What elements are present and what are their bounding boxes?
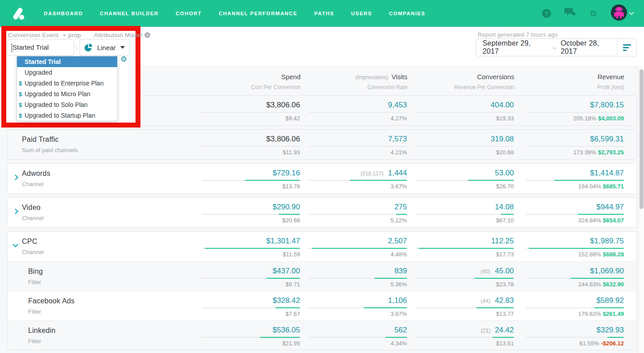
conversions-value: 404.00 <box>491 101 514 109</box>
row-sublabel: Filter <box>28 308 41 315</box>
expand-chevron-right-icon[interactable] <box>13 174 18 180</box>
revenue-value: $6,599.31 <box>590 135 624 143</box>
revenue-per-conversion: $20.68 <box>402 149 514 156</box>
conversion-rate: 4.27% <box>295 115 407 122</box>
conversion-event-label: Conversion Event + prop <box>8 32 81 38</box>
profit-loss: 173.39%$2,793.25 <box>512 149 624 156</box>
row-label: Video <box>22 204 41 212</box>
conversion-rate: 5.12% <box>295 217 407 224</box>
attribution-model-label: Attribution Model i <box>94 32 150 38</box>
conversions-cell: (44)42.83 $13.77 <box>402 296 514 317</box>
visits-cell: 2,507 4.48% <box>295 237 407 258</box>
date-range-text: September 29, 2017 – October 28, 2017 <box>476 39 617 55</box>
conversion-event-input[interactable]: Started Trial <box>7 39 74 56</box>
conversions-note: (40) <box>481 268 490 275</box>
visits-bar <box>309 112 407 113</box>
visits-cell: (218,127)1,444 3.67% <box>295 169 407 190</box>
table-row-video: Video Channel $290.90 $20.66 275 5.12% 1… <box>7 197 637 228</box>
visits-bar <box>309 180 407 181</box>
profit-value: $654.07 <box>603 217 624 224</box>
column-title[interactable]: Revenue <box>597 73 624 81</box>
visits-cell: 9,453 4.27% <box>295 101 407 122</box>
visits-cell: 839 5.36% <box>295 267 407 288</box>
app-screen: DASHBOARD CHANNEL BUILDER COHORT CHANNEL… <box>0 0 644 353</box>
user-menu[interactable] <box>611 4 633 22</box>
spend-bar <box>202 278 300 279</box>
conversions-cell: 112.25 $17.73 <box>402 237 514 258</box>
conversions-note: (21) <box>481 327 490 334</box>
dropdown-option-started-trial[interactable]: Started Trial <box>17 56 117 67</box>
scrollbar-thumb[interactable] <box>640 69 644 209</box>
revenue-cell: $589.92 179.62%$261.49 <box>512 296 624 317</box>
attribution-model-select[interactable]: Linear <box>80 39 130 56</box>
visits-bar <box>309 278 407 279</box>
dropdown-option-upgraded-solo[interactable]: $ Upgraded to Solo Plan <box>17 99 117 110</box>
revenue-value: $7,809.15 <box>590 101 624 109</box>
spend-bar <box>202 337 300 338</box>
conversions-bar <box>415 214 514 215</box>
revenue-bar <box>525 180 624 181</box>
settings-gear-icon[interactable]: ⚙ <box>589 9 597 18</box>
nav-right-icons: ? ⚙ <box>542 4 633 22</box>
dropdown-option-upgraded-enterprise[interactable]: $ Upgraded to Enterprise Plan <box>17 78 117 89</box>
spend-cell: $536.05 $21.95 <box>188 326 300 347</box>
info-icon[interactable]: i <box>144 32 150 38</box>
add-prop-link[interactable]: + prop <box>63 32 81 38</box>
nav-item-cohort[interactable]: COHORT <box>176 11 202 16</box>
conversions-bar <box>415 337 514 338</box>
row-sublabel: Channel <box>22 215 43 221</box>
collapse-chevron-down-icon[interactable] <box>13 242 18 247</box>
table-row-linkedin: Linkedin Filter $536.05 $21.95 562 4.34%… <box>8 320 636 350</box>
attribution-logo-icon[interactable] <box>11 6 26 21</box>
spend-bar <box>202 180 300 181</box>
revenue-value: $1,414.87 <box>590 169 624 177</box>
visits-cell: 275 5.12% <box>295 203 407 224</box>
revenue-bar <box>525 307 624 308</box>
help-icon[interactable]: ? <box>542 9 551 18</box>
profit-loss: 152.88%$688.28 <box>512 251 624 258</box>
expand-chevron-right-icon[interactable] <box>13 208 18 214</box>
conversion-settings-gear-icon[interactable]: ⚙ <box>120 55 127 63</box>
nav-item-companies[interactable]: COMPANIES <box>389 11 425 16</box>
spend-cell: $1,301.47 $11.59 <box>188 237 300 258</box>
report-filter-button[interactable] <box>617 39 636 56</box>
chat-icon[interactable] <box>564 8 576 19</box>
profit-loss: 194.04%$685.71 <box>512 183 624 190</box>
date-start: September 29, 2017 <box>483 39 548 55</box>
date-range-picker[interactable]: September 29, 2017 – October 28, 2017 <box>476 38 637 56</box>
cost-per-conversion: $11.59 <box>188 251 300 258</box>
nav-item-channel-performance[interactable]: CHANNEL PERFORMANCE <box>219 11 297 16</box>
conversions-value: 45.00 <box>495 267 514 275</box>
dropdown-option-upgraded-startup[interactable]: $ Upgraded to Startup Plan <box>17 110 117 121</box>
model-value: Linear <box>93 44 120 51</box>
revenue-bar <box>525 146 624 147</box>
cost-per-conversion: $13.76 <box>188 183 300 190</box>
dropdown-option-upgraded[interactable]: Upgraded <box>17 67 117 78</box>
profit-value: $4,003.09 <box>598 115 624 122</box>
avatar[interactable] <box>611 4 627 22</box>
revenue-cell: $944.97 324.84%$654.07 <box>512 203 624 224</box>
revenue-value: $329.93 <box>597 326 624 334</box>
nav-item-dashboard[interactable]: DASHBOARD <box>44 11 83 16</box>
report-generated-label: Report generated 7 hours ago <box>478 31 558 38</box>
nav-item-channel-builder[interactable]: CHANNEL BUILDER <box>100 11 158 16</box>
conversion-rate: 4.21% <box>295 149 407 156</box>
revenue-value: $944.97 <box>597 203 624 211</box>
revenue-bar <box>525 214 624 215</box>
nav-item-paths[interactable]: PATHS <box>314 11 334 16</box>
profit-loss: 179.62%$261.49 <box>512 310 624 317</box>
revenue-cell: $1,989.75 152.88%$688.28 <box>512 237 624 258</box>
conversions-bar <box>415 278 514 279</box>
date-end: October 28, 2017 <box>561 39 617 55</box>
conversions-bar <box>415 112 514 113</box>
spend-cell: $328.42 $7.67 <box>188 296 300 317</box>
conversion-rate: 3.67% <box>295 183 407 190</box>
dropdown-option-upgraded-micro[interactable]: $ Upgraded to Micro Plan <box>17 89 117 99</box>
spend-cell: $290.90 $20.66 <box>188 203 300 224</box>
table-row-bing: Bing Filter $437.00 $9.71 839 5.36% (40)… <box>8 261 636 291</box>
profit-value: $688.28 <box>603 251 624 258</box>
nav-item-users[interactable]: USERS <box>351 11 372 16</box>
revenue-per-conversion: $67.10 <box>402 217 514 224</box>
profit-loss: 205.18%$4,003.09 <box>512 115 624 122</box>
filter-lines-icon <box>623 44 631 51</box>
